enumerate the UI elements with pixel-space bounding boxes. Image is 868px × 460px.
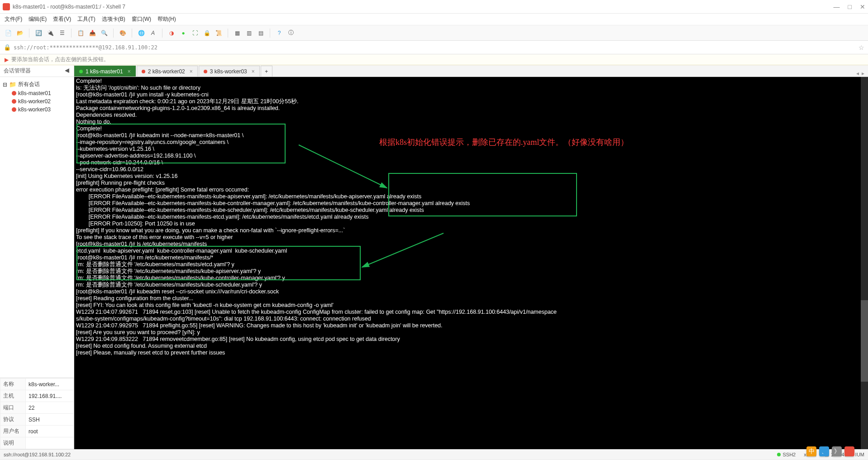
hint-bar: ▶ 要添加当前会话，点击左侧的箭头按钮。 <box>0 54 868 65</box>
globe-icon[interactable]: 🌐 <box>137 29 146 38</box>
annotation-text: 根据k8s初始化错误提示，删除已存在的.yaml文件。（好像没有啥用） <box>379 137 629 148</box>
tab-master01[interactable]: 1 k8s-master01 × <box>74 66 136 77</box>
session-tree[interactable]: ⊟ 📁 所有会话 k8s-master01 k8s-worker02 k8s-w… <box>0 77 74 378</box>
session-manager-title: 会话管理器 <box>4 67 31 75</box>
color-icon[interactable]: 🎨 <box>118 29 127 38</box>
tab-label: 1 k8s-master01 <box>86 68 123 75</box>
split-icon[interactable]: ▤ <box>256 29 265 38</box>
hint-text: 要添加当前会话，点击左侧的箭头按钮。 <box>11 56 109 63</box>
tab-worker03[interactable]: 3 k8s-worker03 × <box>199 66 260 77</box>
session-icon <box>12 107 16 112</box>
separator <box>228 29 228 38</box>
prop-row: 主机192.168.91.... <box>0 390 74 402</box>
session-icon <box>12 91 16 96</box>
title-bar: k8s-master01 - root@k8s-master01:/ - Xsh… <box>0 0 868 14</box>
user-icon[interactable]: ◑ <box>167 29 176 38</box>
terminal-area: 1 k8s-master01 × 2 k8s-worker02 × 3 k8s-… <box>74 65 868 449</box>
flag-icon: ▶ <box>5 57 9 63</box>
add-tab-button[interactable]: + <box>261 66 272 77</box>
tab-worker02[interactable]: 2 k8s-worker02 × <box>137 66 198 77</box>
menu-bar: 文件(F) 编辑(E) 查看(V) 工具(T) 选项卡(B) 窗口(W) 帮助(… <box>0 14 868 25</box>
app-icon <box>3 3 10 10</box>
properties-icon[interactable]: ☰ <box>57 29 67 38</box>
minus-icon[interactable]: ⊟ <box>3 81 7 88</box>
script-icon[interactable]: 📜 <box>214 29 223 38</box>
prop-row: 说明 <box>0 437 74 449</box>
disconnect-icon[interactable]: 🔌 <box>46 29 55 38</box>
help-icon[interactable]: ? <box>275 29 284 38</box>
open-session-icon[interactable]: 📂 <box>15 29 24 38</box>
ime-icon[interactable] <box>844 446 854 456</box>
address-text[interactable]: ssh://root:***************@192.168.91.10… <box>14 44 858 51</box>
tree-item-worker03[interactable]: k8s-worker03 <box>0 105 74 114</box>
menu-tabs[interactable]: 选项卡(B) <box>102 15 125 23</box>
ime-icon[interactable]: 》 <box>832 446 842 456</box>
menu-edit[interactable]: 编辑(E) <box>29 15 47 23</box>
terminal[interactable]: Complete! ls: 无法访问 '/opt/cni/bin': No su… <box>74 77 868 449</box>
reconnect-icon[interactable]: 🔄 <box>34 29 43 38</box>
maximize-button[interactable]: □ <box>848 3 852 10</box>
tree-root[interactable]: ⊟ 📁 所有会话 <box>0 80 74 89</box>
status-bar: ssh://root@192.168.91.100:22 SSH2 xterm … <box>0 449 868 459</box>
tree-item-label: k8s-master01 <box>18 90 51 96</box>
menu-view[interactable]: 查看(V) <box>53 15 71 23</box>
bookmark-icon[interactable]: ☆ <box>858 44 864 51</box>
tab-next-icon[interactable]: ▸ <box>862 70 864 77</box>
paste-icon[interactable]: 📥 <box>88 29 97 38</box>
folder-icon: 📁 <box>9 81 16 88</box>
separator <box>113 29 114 38</box>
ime-indicator: 中 、 》 <box>806 446 854 456</box>
menu-help[interactable]: 帮助(H) <box>157 15 176 23</box>
session-sidebar: 会话管理器 ⯇ ⊟ 📁 所有会话 k8s-master01 k8s-worker… <box>0 65 74 449</box>
key-icon[interactable]: ● <box>179 29 188 38</box>
close-icon[interactable]: × <box>252 68 255 75</box>
prop-row: 端口22 <box>0 402 74 414</box>
address-bar[interactable]: 🔒 ssh://root:***************@192.168.91.… <box>0 41 868 54</box>
status-dot-icon <box>142 70 145 73</box>
new-session-icon[interactable]: 📄 <box>4 29 13 38</box>
scrollbar[interactable] <box>861 77 868 449</box>
copy-icon[interactable]: 📋 <box>76 29 85 38</box>
status-dot-icon <box>204 70 207 73</box>
tree-item-worker02[interactable]: k8s-worker02 <box>0 97 74 105</box>
prop-row: 用户名root <box>0 426 74 437</box>
toolbar: 📄 📂 🔄 🔌 ☰ 📋 📥 🔍 🎨 🌐 A ◑ ● ⛶ 🔒 📜 ▦ ▥ ▤ ? … <box>0 25 868 41</box>
status-dot-icon <box>79 70 83 73</box>
tree-root-label: 所有会话 <box>18 81 40 88</box>
about-icon[interactable]: ⓘ <box>286 29 296 38</box>
tab-strip: 1 k8s-master01 × 2 k8s-worker02 × 3 k8s-… <box>74 65 868 77</box>
chevron-left-icon[interactable]: ⯇ <box>65 68 70 74</box>
separator <box>132 29 132 38</box>
status-ssh: SSH2 <box>782 452 796 457</box>
prop-row: 名称k8s-worker... <box>0 379 74 390</box>
tile-icon[interactable]: ▥ <box>244 29 253 38</box>
menu-window[interactable]: 窗口(W) <box>132 15 151 23</box>
tab-prev-icon[interactable]: ◂ <box>856 70 859 77</box>
close-icon[interactable]: × <box>190 68 193 75</box>
separator <box>71 29 72 38</box>
tree-item-master01[interactable]: k8s-master01 <box>0 89 74 97</box>
lock-icon: 🔒 <box>4 44 11 51</box>
tab-label: 2 k8s-worker02 <box>148 68 185 75</box>
main-area: 会话管理器 ⯇ ⊟ 📁 所有会话 k8s-master01 k8s-worker… <box>0 65 868 449</box>
prop-row: 协议SSH <box>0 414 74 426</box>
session-icon <box>12 99 16 104</box>
ime-icon[interactable]: 、 <box>819 446 829 456</box>
close-icon[interactable]: × <box>128 68 131 75</box>
separator <box>29 29 29 38</box>
session-properties: 名称k8s-worker... 主机192.168.91.... 端口22 协议… <box>0 378 74 449</box>
tab-label: 3 k8s-worker03 <box>210 68 247 75</box>
minimize-button[interactable]: — <box>834 3 840 10</box>
search-icon[interactable]: 🔍 <box>100 29 109 38</box>
font-icon[interactable]: A <box>148 29 157 38</box>
menu-file[interactable]: 文件(F) <box>5 15 22 23</box>
menu-tools[interactable]: 工具(T) <box>77 15 95 23</box>
layout-icon[interactable]: ▦ <box>233 29 242 38</box>
close-button[interactable]: ✕ <box>860 3 865 10</box>
ime-icon[interactable]: 中 <box>806 446 816 456</box>
scrollbar-thumb[interactable] <box>861 300 868 382</box>
separator <box>162 29 162 38</box>
status-dot-icon <box>777 453 781 456</box>
expand-icon[interactable]: ⛶ <box>191 29 200 38</box>
lock-icon[interactable]: 🔒 <box>202 29 211 38</box>
